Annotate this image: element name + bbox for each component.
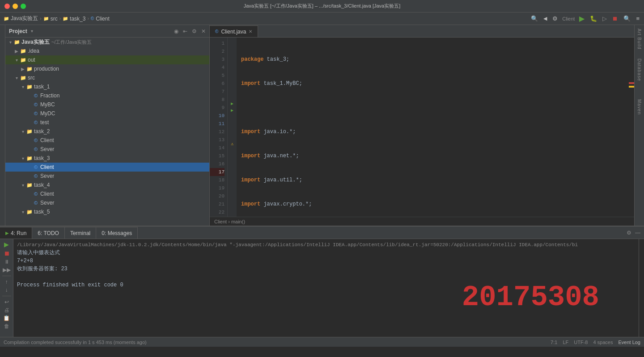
tree-item-task2[interactable]: ▾ 📁 task_2 <box>5 127 209 136</box>
bottom-panel-icons: ⚙ — <box>623 227 644 239</box>
breadcrumb-bar: 📁 Java实验五 › 📁 src › 📁 task_3 › © Client … <box>0 13 644 25</box>
tree-item-task4[interactable]: ▾ 📁 task_4 <box>5 181 209 189</box>
tree-item-out[interactable]: ▾ 📁 out <box>5 55 209 64</box>
run-config-label: Client <box>562 16 575 21</box>
code-line <box>241 104 629 112</box>
editor-tab-client[interactable]: © Client.java ✕ <box>210 25 258 37</box>
stop-icon[interactable]: ⏹ <box>4 250 10 257</box>
gear-icon[interactable]: ⚙ <box>627 230 631 236</box>
tree-item-client4[interactable]: © Client <box>5 189 209 198</box>
project-panel-header: Project ▾ ◉ ⇤ ⚙ ✕ <box>5 25 209 38</box>
run-output: ▶ ⏹ ⏸ ▶▶ ↑ ↓ ↩ 🖨 📋 🗑 /Library/Java/JavaV… <box>0 239 644 337</box>
tree-item-fraction[interactable]: © Fraction <box>5 91 209 100</box>
bottom-panel: ▶ 4: Run 6: TODO Terminal 0: Messages ⚙ … <box>0 226 644 337</box>
tree-item-production[interactable]: ▶ 📁 production <box>5 64 209 73</box>
encoding: UTF-8 <box>574 340 588 345</box>
tree-item-sever4[interactable]: © Sever <box>5 198 209 207</box>
pause-icon[interactable]: ⏸ <box>4 259 9 265</box>
run-button[interactable]: ▶ <box>578 13 585 24</box>
breadcrumb-item[interactable]: 📁 src <box>43 16 58 22</box>
settings-icon[interactable]: ⚙ <box>551 14 559 23</box>
event-log[interactable]: Event Log <box>618 340 640 345</box>
code-line: import javax.crypto.*; <box>241 200 629 208</box>
breadcrumb-item[interactable]: © Client <box>91 16 110 22</box>
code-line: import task_1.MyBC; <box>241 80 629 88</box>
line-numbers: 1 2 3 4 5 6 7 8 9 10 ▶ 11 ▶ 12 13 14 15 … <box>210 38 228 217</box>
copy-icon[interactable]: 📋 <box>3 315 10 321</box>
navigate-back-icon[interactable]: ◀ <box>542 15 548 22</box>
stop-button[interactable]: ⏹ <box>611 14 619 23</box>
scroll-down-icon[interactable]: ↓ <box>5 287 8 293</box>
collapse-all-icon[interactable]: ⇤ <box>183 28 187 34</box>
tree-item-mybc[interactable]: © MyBC <box>5 100 209 109</box>
editor-breadcrumb: Client › main() <box>210 217 634 226</box>
debug-button[interactable]: 🐛 <box>589 14 598 23</box>
right-tool-strip: Art Build Database Maven <box>634 25 644 226</box>
tree-item-task3[interactable]: ▾ 📁 task_3 <box>5 154 209 163</box>
minimize-button[interactable] <box>13 4 18 9</box>
terminal-tab[interactable]: Terminal <box>65 227 96 239</box>
tree-item-client3[interactable]: © Client <box>5 163 209 172</box>
search2-icon[interactable]: 🔍 <box>623 14 631 23</box>
run-console[interactable]: /Library/Java/JavaVirtualMachines/jdk-11… <box>13 239 639 337</box>
art-build-label[interactable]: Art Build <box>637 29 642 50</box>
indent-info: 4 spaces <box>593 340 613 345</box>
project-panel: Project ▾ ◉ ⇤ ⚙ ✕ ▾ 📁 Java实验五 ~/工作/Java实… <box>5 25 210 226</box>
hide-panel-icon[interactable]: ✕ <box>201 28 206 34</box>
scroll-up-icon[interactable]: ↑ <box>5 279 8 285</box>
soft-wrap-icon[interactable]: ↩ <box>4 299 9 305</box>
line-separator: LF <box>563 340 568 345</box>
breadcrumb-item[interactable]: 📁 task_3 <box>63 16 85 22</box>
breadcrumb-item[interactable]: 📁 Java实验五 <box>4 15 38 22</box>
more-icon[interactable]: ≡ <box>635 14 640 23</box>
tree-item-mydc[interactable]: © MyDC <box>5 109 209 118</box>
tree-item-client2[interactable]: © Client <box>5 136 209 145</box>
warning-marker <box>629 86 634 88</box>
error-marker <box>629 82 634 84</box>
breadcrumb-path: Client › main() <box>214 219 245 224</box>
left-tool-strip <box>0 25 5 226</box>
print-icon[interactable]: 🖨 <box>4 307 9 313</box>
error-stripe <box>629 38 634 217</box>
run-icon[interactable]: ▶ <box>4 241 9 248</box>
code-line: package task_3; <box>241 55 629 63</box>
run-tool-strip: ▶ ⏹ ⏸ ▶▶ ↑ ↓ ↩ 🖨 📋 🗑 <box>0 239 13 337</box>
run-prompt: 请输入中缀表达式 <box>17 249 635 257</box>
todo-tab[interactable]: 6: TODO <box>32 227 65 239</box>
statusbar: Compilation completed successfully in 1 … <box>0 337 644 347</box>
cursor-position: 7:1 <box>551 340 557 345</box>
run-with-coverage-button[interactable]: ▷ <box>602 14 608 23</box>
resume-icon[interactable]: ▶▶ <box>3 267 11 273</box>
code-content[interactable]: package task_3; import task_1.MyBC; impo… <box>237 38 629 217</box>
title-bar: Java实验五 [~/工作/Java实验五] – .../src/task_3/… <box>0 0 644 13</box>
code-area[interactable]: 1 2 3 4 5 6 7 8 9 10 ▶ 11 ▶ 12 13 14 15 … <box>210 38 634 217</box>
tree-item-test[interactable]: © test <box>5 118 209 127</box>
tree-item-idea[interactable]: ▶ 📁 .idea <box>5 46 209 55</box>
tab-close-icon[interactable]: ✕ <box>249 29 252 34</box>
project-tree: ▾ 📁 Java实验五 ~/工作/Java实验五 ▶ 📁 .idea ▾ 📁 o… <box>5 38 209 226</box>
database-label[interactable]: Database <box>637 59 642 81</box>
minimize-panel-icon[interactable]: — <box>635 230 640 236</box>
tree-item-src[interactable]: ▾ 📁 src <box>5 73 209 82</box>
maximize-button[interactable] <box>21 4 26 9</box>
code-line: import java.io.*; <box>241 128 629 136</box>
close-button[interactable] <box>4 4 10 9</box>
locate-icon[interactable]: ◉ <box>174 28 178 34</box>
code-line: import java.net.*; <box>241 152 629 160</box>
clear-icon[interactable]: 🗑 <box>4 323 9 329</box>
tree-item-task5[interactable]: ▾ 📁 task_5 <box>5 207 209 216</box>
maven-label[interactable]: Maven <box>637 99 642 115</box>
messages-tab[interactable]: 0: Messages <box>96 227 138 239</box>
tree-item-task1[interactable]: ▾ 📁 task_1 <box>5 82 209 91</box>
tree-item-sever2[interactable]: © Sever <box>5 145 209 154</box>
run-tab[interactable]: ▶ 4: Run <box>0 227 32 239</box>
run-path: /Library/Java/JavaVirtualMachines/jdk-11… <box>17 241 635 249</box>
bottom-tabs: ▶ 4: Run 6: TODO Terminal 0: Messages ⚙ … <box>0 227 644 239</box>
search-icon[interactable]: 🔍 <box>530 14 539 23</box>
settings-panel-icon[interactable]: ⚙ <box>192 28 197 34</box>
tree-item-java5[interactable]: ▾ 📁 Java实验五 ~/工作/Java实验五 <box>5 38 209 46</box>
status-message: Compilation completed successfully in 1 … <box>4 340 147 345</box>
run-right-strip <box>639 239 644 337</box>
tree-item-sever3[interactable]: © Sever <box>5 172 209 181</box>
project-panel-title: Project <box>9 28 27 34</box>
